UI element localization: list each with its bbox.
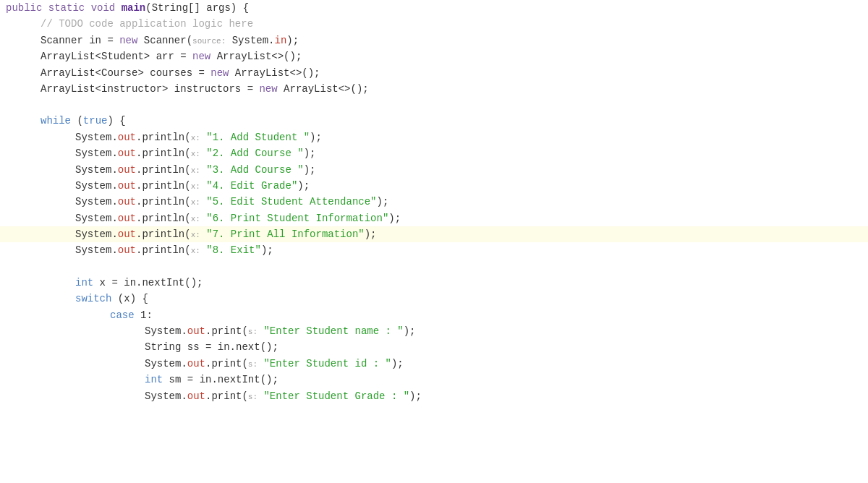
code-token: "7. Print All Information" <box>206 228 364 240</box>
code-token: ArrayList<instructor> instructors = <box>41 83 259 95</box>
code-line: System.out.print(s: "Enter Student id : … <box>0 356 868 372</box>
code-token: "Enter Student id : " <box>263 358 391 369</box>
code-token: ); <box>286 35 299 46</box>
code-line <box>0 259 868 275</box>
code-token: while <box>41 115 71 127</box>
code-editor: public static void main(String[] args) {… <box>0 0 868 483</box>
code-token: x: <box>191 231 200 239</box>
code-token: Scanner in = <box>41 35 119 46</box>
code-token: ); <box>304 164 316 176</box>
code-token: "Enter Student Grade : " <box>263 390 409 402</box>
code-token: System. <box>226 35 274 46</box>
code-token: "6. Print Student Information" <box>206 213 388 224</box>
code-token: new <box>259 83 277 95</box>
code-token: x = in.nextInt(); <box>93 277 203 288</box>
code-token: new <box>119 35 137 46</box>
code-token <box>200 180 206 192</box>
code-token: out <box>187 390 205 402</box>
code-line: ArrayList<instructor> instructors = new … <box>0 81 868 97</box>
code-line: ArrayList<Course> courses = new ArrayLis… <box>0 65 868 81</box>
code-token: System. <box>75 213 118 224</box>
code-token: new <box>192 51 210 62</box>
code-token: void <box>91 2 122 14</box>
code-token: "8. Exit" <box>206 244 261 256</box>
code-line: // TODO code application logic here <box>0 16 868 32</box>
code-token: ArrayList<>(); <box>278 83 369 95</box>
code-token: int <box>145 374 163 385</box>
code-token: ( <box>71 115 83 127</box>
code-token: System. <box>145 325 187 337</box>
code-line: Scanner in = new Scanner(source: System.… <box>0 33 868 48</box>
code-token: s: <box>248 328 258 336</box>
code-line: System.out.println(x: "2. Add Course "); <box>0 145 868 161</box>
code-token: ); <box>377 196 389 208</box>
code-token <box>200 148 206 159</box>
code-line: String ss = in.next(); <box>0 339 868 355</box>
code-token: .print( <box>205 390 248 402</box>
code-token: (String[] args) { <box>145 2 249 14</box>
code-token: ArrayList<>(); <box>210 51 302 62</box>
code-token: new <box>210 67 229 79</box>
code-token: System. <box>75 228 118 240</box>
code-token: .print( <box>205 358 248 369</box>
code-token: System. <box>75 180 118 192</box>
code-token: ); <box>391 358 404 369</box>
code-token: String ss = in.next(); <box>145 341 278 353</box>
code-line: System.out.print(s: "Enter Student Grade… <box>0 388 868 404</box>
code-line: System.out.println(x: "6. Print Student … <box>0 210 868 226</box>
code-token <box>200 196 206 208</box>
code-token: s: <box>248 393 258 401</box>
code-token: .print( <box>205 325 248 337</box>
code-token: .println( <box>136 213 191 224</box>
code-token: out <box>118 196 136 208</box>
code-token <box>200 228 206 240</box>
code-token: ArrayList<Student> arr = <box>41 51 192 62</box>
code-token: .println( <box>136 228 191 240</box>
code-token: out <box>187 325 205 337</box>
code-line: ArrayList<Student> arr = new ArrayList<>… <box>0 48 868 64</box>
code-token <box>200 244 206 256</box>
code-token: static <box>48 2 91 14</box>
code-token: out <box>118 228 136 240</box>
code-token: (x) { <box>111 293 148 304</box>
code-token: "3. Add Course " <box>206 164 303 176</box>
code-token: switch <box>75 293 111 304</box>
code-token: x: <box>191 150 200 158</box>
code-token: ); <box>365 228 377 240</box>
code-token: x: <box>191 134 200 142</box>
code-token: "2. Add Course " <box>206 148 303 159</box>
code-token: System. <box>75 196 118 208</box>
code-line <box>0 97 868 113</box>
code-token: "Enter Student name : " <box>263 325 403 337</box>
code-token: public <box>6 2 48 14</box>
code-line: System.out.print(s: "Enter Student name … <box>0 323 868 339</box>
code-token: .println( <box>136 164 191 176</box>
code-token: 1: <box>135 309 153 321</box>
code-token: out <box>118 180 136 192</box>
code-line: int sm = in.nextInt(); <box>0 372 868 388</box>
code-token: main <box>122 2 146 14</box>
code-line: switch (x) { <box>0 291 868 307</box>
code-token: x: <box>191 215 200 223</box>
code-token: ); <box>409 390 422 402</box>
code-line: System.out.println(x: "5. Edit Student A… <box>0 194 868 210</box>
code-token <box>200 164 206 176</box>
code-token: .println( <box>136 148 191 159</box>
code-token: sm = in.nextInt(); <box>163 374 278 385</box>
code-token: x: <box>191 247 200 255</box>
code-token: .println( <box>136 244 191 256</box>
code-token: "4. Edit Grade" <box>206 180 297 192</box>
code-token: out <box>118 132 136 143</box>
code-token: case <box>110 309 135 321</box>
code-token: int <box>75 277 93 288</box>
code-token: out <box>118 244 136 256</box>
code-token: System. <box>75 164 118 176</box>
code-token: s: <box>248 360 258 369</box>
code-token: x: <box>191 166 200 175</box>
code-token: System. <box>75 148 118 159</box>
code-token: in <box>275 35 287 46</box>
code-line: System.out.println(x: "4. Edit Grade"); <box>0 178 868 194</box>
code-token: out <box>187 358 205 369</box>
code-token: x: <box>191 198 200 207</box>
code-token: System. <box>75 132 118 143</box>
